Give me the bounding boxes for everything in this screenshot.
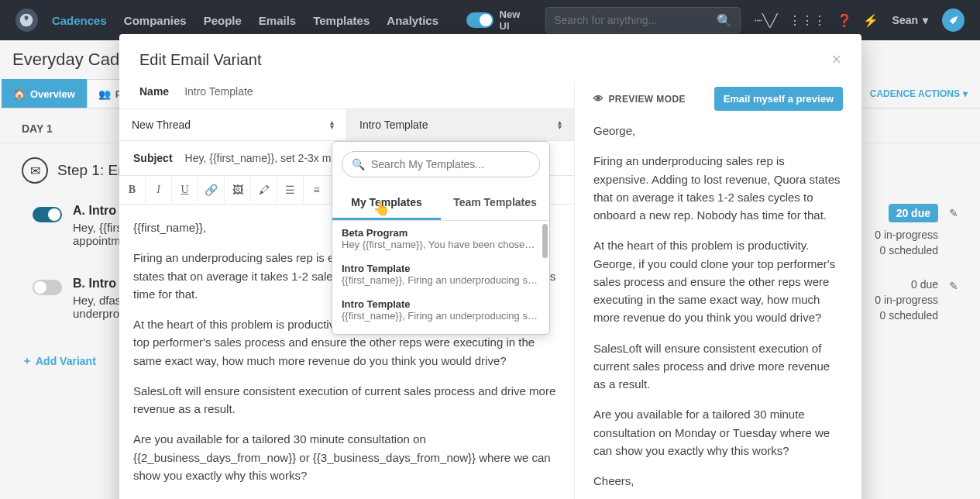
- template-item-name: Intro Template: [342, 298, 540, 310]
- variant-a-due[interactable]: 20 due: [889, 204, 938, 222]
- new-ui-label: New UI: [500, 9, 532, 32]
- activity-icon[interactable]: ┈╲╱: [755, 13, 778, 28]
- variant-a-toggle[interactable]: [33, 207, 62, 222]
- template-item[interactable]: Intro Template {{first_name}}, Firing an…: [332, 256, 549, 292]
- template-select-value: Intro Template: [359, 119, 428, 131]
- image-button[interactable]: 🖼: [225, 176, 251, 204]
- name-value[interactable]: Intro Template: [184, 85, 253, 98]
- cadence-actions-menu[interactable]: CADENCE ACTIONS ▾: [870, 79, 980, 108]
- top-icons: ┈╲╱ ⋮⋮⋮ ❓ ⚡: [755, 13, 879, 28]
- template-search-input[interactable]: [371, 158, 530, 170]
- close-icon[interactable]: ×: [831, 50, 841, 70]
- tab-overview[interactable]: 🏠 Overview: [2, 79, 87, 108]
- underline-button[interactable]: U: [172, 176, 198, 204]
- nav-templates[interactable]: Templates: [313, 14, 370, 27]
- preview-p3: At the heart of this problem is producti…: [593, 236, 843, 326]
- ol-button[interactable]: ≡: [304, 176, 330, 204]
- eye-icon: 👁: [593, 93, 603, 105]
- plus-icon: ＋: [22, 354, 33, 368]
- scrollbar[interactable]: [542, 224, 548, 258]
- email-preview-button[interactable]: Email myself a preview: [714, 87, 843, 111]
- global-search[interactable]: 🔍: [545, 7, 740, 33]
- template-item-preview: {{first_name}}, Firing an underproducing…: [342, 274, 540, 286]
- modal-header: Edit Email Variant ×: [119, 34, 861, 82]
- template-list[interactable]: Beta Program Hey {{first_name}}, You hav…: [332, 221, 549, 334]
- modal-title: Edit Email Variant: [139, 51, 261, 69]
- chevron-down-icon: ▾: [963, 88, 968, 99]
- launch-button[interactable]: [942, 9, 965, 32]
- name-label: Name: [139, 85, 169, 98]
- preview-p2: Firing an underproducing sales rep is ex…: [593, 152, 843, 224]
- template-select[interactable]: Intro Template ▴▾: [346, 109, 574, 140]
- thread-select-value: New Thread: [132, 119, 191, 131]
- template-search[interactable]: 🔍: [342, 151, 540, 177]
- team-templates-tab[interactable]: Team Templates: [441, 187, 549, 220]
- template-item-preview: Hey {{first_name}}, You have been chosen…: [342, 239, 540, 250]
- edit-variant-b-icon[interactable]: ✎: [949, 280, 958, 292]
- cadence-actions-label: CADENCE ACTIONS: [870, 88, 960, 99]
- app-logo[interactable]: [15, 9, 38, 32]
- preview-mode-label: 👁 PREVIEW MODE: [593, 93, 686, 105]
- add-variant-label: Add Variant: [36, 355, 96, 367]
- template-item[interactable]: Introduction template: [332, 328, 549, 334]
- people-icon: 👥: [98, 88, 111, 100]
- subject-label: Subject: [133, 152, 173, 164]
- preview-p1: George,: [593, 122, 843, 139]
- user-name: Sean: [892, 14, 918, 26]
- edit-variant-a-icon[interactable]: ✎: [949, 207, 958, 219]
- nav-cadences[interactable]: Cadences: [52, 14, 107, 27]
- highlight-button[interactable]: 🖍: [251, 176, 277, 204]
- mail-icon: ✉: [22, 157, 48, 184]
- template-item[interactable]: Intro Template {{first_name}}, Firing an…: [332, 292, 549, 328]
- nav-analytics[interactable]: Analytics: [387, 14, 438, 27]
- sort-icon: ▴▾: [330, 120, 334, 129]
- bold-button[interactable]: B: [119, 176, 146, 204]
- user-menu[interactable]: Sean ▾: [892, 14, 928, 26]
- page-title: Everyday Cade: [12, 50, 129, 70]
- tab-overview-label: Overview: [30, 88, 75, 100]
- link-button[interactable]: 🔗: [198, 176, 225, 204]
- chevron-down-icon: ▾: [923, 14, 928, 26]
- help-icon[interactable]: ❓: [837, 13, 852, 28]
- italic-button[interactable]: I: [146, 176, 172, 204]
- bolt-icon[interactable]: ⚡: [863, 13, 879, 28]
- preview-p6: Cheers,: [593, 472, 843, 490]
- preview-p5: Are you available for a tailored 30 minu…: [593, 405, 843, 459]
- body-p5: Are you available for a tailored 30 minu…: [133, 430, 560, 484]
- template-picker-popover: 🔍 My Templates Team Templates Beta Progr…: [332, 141, 550, 335]
- preview-pane: 👁 PREVIEW MODE Email myself a preview Ge…: [575, 82, 861, 499]
- toggle-switch[interactable]: [466, 12, 493, 28]
- modal-editor-pane: Name Intro Template New Thread ▴▾ Intro …: [119, 82, 575, 499]
- search-icon[interactable]: 🔍: [717, 13, 732, 28]
- template-item[interactable]: Beta Program Hey {{first_name}}, You hav…: [332, 221, 549, 256]
- nav-companies[interactable]: Companies: [124, 14, 187, 27]
- nav-links: Cadences Companies People Emails Templat…: [52, 14, 438, 27]
- nav-people[interactable]: People: [204, 14, 242, 27]
- grid-icon[interactable]: ⋮⋮⋮: [789, 13, 826, 28]
- thread-select[interactable]: New Thread ▴▾: [119, 109, 346, 140]
- new-ui-toggle[interactable]: New UI: [466, 9, 531, 32]
- preview-body: George, Firing an underproducing sales r…: [593, 122, 843, 490]
- variant-b-toggle[interactable]: [33, 280, 62, 295]
- preview-p4: SalesLoft will ensure consistent executi…: [593, 339, 843, 394]
- template-item-name: Intro Template: [342, 263, 540, 274]
- search-icon: 🔍: [352, 158, 365, 170]
- template-item-name: Beta Program: [342, 227, 540, 239]
- my-templates-tab[interactable]: My Templates: [332, 187, 441, 220]
- preview-mode-text: PREVIEW MODE: [608, 94, 685, 105]
- edit-email-modal: Edit Email Variant × Name Intro Template…: [119, 34, 861, 499]
- template-item-preview: {{first_name}}, Firing an underproducing…: [342, 310, 540, 322]
- search-input[interactable]: [554, 14, 710, 26]
- body-p4: SalesLoft will ensure consistent executi…: [133, 382, 560, 418]
- ul-button[interactable]: ☰: [277, 176, 304, 204]
- sort-icon: ▴▾: [558, 120, 562, 129]
- home-icon: 🏠: [13, 88, 26, 100]
- nav-emails[interactable]: Emails: [259, 14, 296, 27]
